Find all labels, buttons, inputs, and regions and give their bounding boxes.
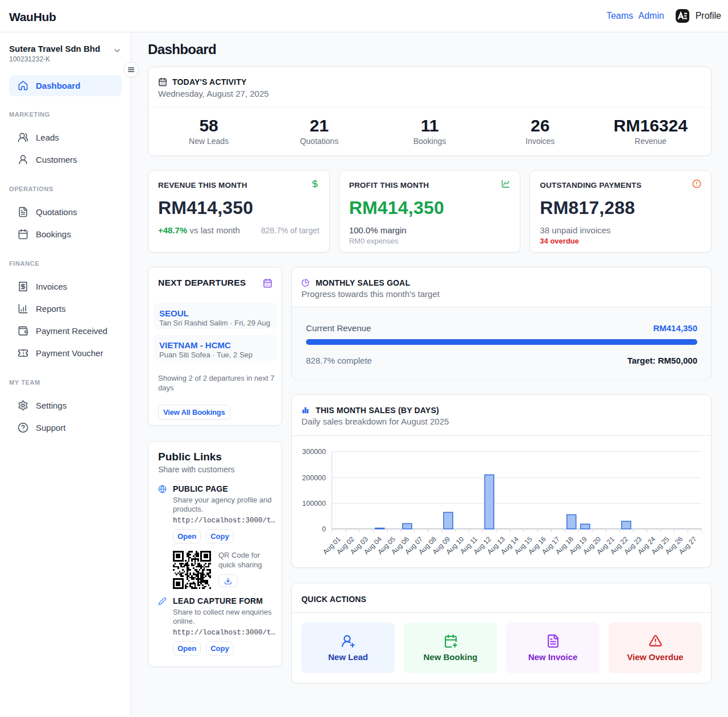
svg-text:0: 0 (322, 525, 326, 533)
svg-text:100000: 100000 (302, 500, 326, 508)
svg-text:300000: 300000 (302, 448, 326, 456)
svg-text:200000: 200000 (302, 474, 326, 482)
